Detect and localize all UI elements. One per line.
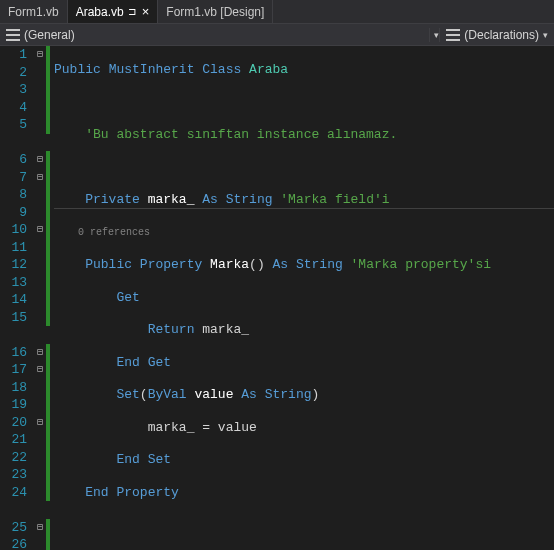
navigation-bar: (General) ▾ (Declarations) ▾ bbox=[0, 24, 554, 46]
nav-scope-dropdown[interactable]: (General) bbox=[0, 28, 430, 42]
fold-toggle[interactable]: ⊟ bbox=[34, 344, 46, 362]
fold-toggle[interactable]: ⊟ bbox=[34, 151, 46, 169]
tab-label: Form1.vb [Design] bbox=[166, 5, 264, 19]
pin-icon[interactable]: ⊐ bbox=[128, 6, 136, 17]
fold-gutter: ⊟ ⊟ ⊟ ⊟ ⊟ ⊟ ⊟ ⊟ bbox=[34, 46, 46, 550]
tab-form1-vb[interactable]: Form1.vb bbox=[0, 0, 68, 23]
fold-toggle[interactable]: ⊟ bbox=[34, 361, 46, 379]
chevron-down-icon[interactable]: ▾ bbox=[543, 30, 548, 40]
fold-toggle[interactable]: ⊟ bbox=[34, 414, 46, 432]
tab-label: Araba.vb bbox=[76, 5, 124, 19]
fold-toggle[interactable]: ⊟ bbox=[34, 221, 46, 239]
tab-araba-vb[interactable]: Araba.vb ⊐ × bbox=[68, 0, 159, 23]
nav-scope-label: (General) bbox=[24, 28, 75, 42]
tab-bar: Form1.vb Araba.vb ⊐ × Form1.vb [Design] bbox=[0, 0, 554, 24]
members-icon bbox=[446, 29, 460, 41]
line-number-gutter: 12345 678910 1112131415 1617181920 21222… bbox=[0, 46, 34, 550]
nav-member-dropdown[interactable]: (Declarations) ▾ bbox=[439, 28, 554, 42]
code-editor[interactable]: 12345 678910 1112131415 1617181920 21222… bbox=[0, 46, 554, 550]
fold-toggle[interactable]: ⊟ bbox=[34, 519, 46, 537]
tab-form1-design[interactable]: Form1.vb [Design] bbox=[158, 0, 273, 23]
nav-member-label: (Declarations) bbox=[464, 28, 539, 42]
fold-toggle[interactable]: ⊟ bbox=[34, 46, 46, 64]
code-content[interactable]: Public MustInherit Class Araba 'Bu abstr… bbox=[50, 46, 554, 550]
close-icon[interactable]: × bbox=[142, 5, 150, 18]
module-icon bbox=[6, 29, 20, 41]
fold-toggle[interactable]: ⊟ bbox=[34, 169, 46, 187]
codelens[interactable]: 0 references bbox=[54, 224, 554, 242]
tab-label: Form1.vb bbox=[8, 5, 59, 19]
